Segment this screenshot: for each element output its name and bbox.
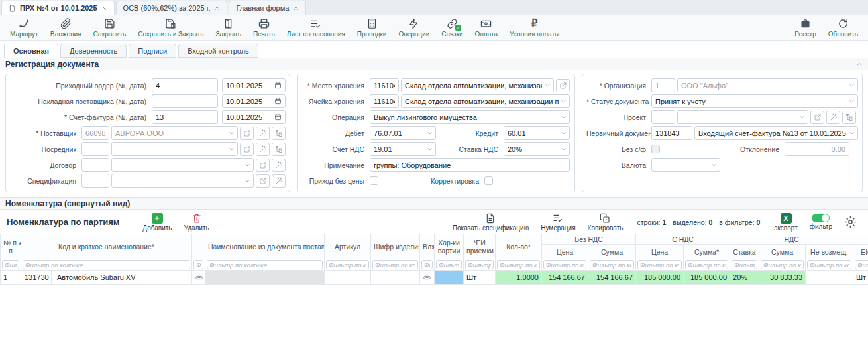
tab-signatures[interactable]: Подписи — [129, 44, 176, 58]
show-specification-button[interactable]: Показать спецификацию — [447, 213, 535, 232]
intermediary-code-input[interactable] — [81, 142, 109, 156]
currency-select[interactable] — [651, 158, 720, 172]
operation-select[interactable]: Выкуп лизингового имущества — [370, 110, 570, 124]
project-open-button[interactable] — [810, 111, 824, 124]
column-header-price-with-vat[interactable]: Цена — [636, 245, 684, 259]
column-header-batch[interactable]: Хар-ки партии — [435, 234, 464, 259]
column-header-num[interactable]: № п п — [1, 234, 21, 259]
filter-toggle-button[interactable]: фильтр — [804, 214, 838, 230]
filter-input-link[interactable] — [193, 260, 203, 269]
column-header-product-code[interactable]: Шифр изделия — [371, 234, 420, 259]
primary-document-select[interactable]: Входящий счет-фактура №13 от 10.01.2025 — [694, 126, 858, 140]
filter-input-code-name[interactable] — [23, 260, 190, 269]
intermediary-select[interactable] — [111, 142, 238, 156]
print-button[interactable]: Печать — [247, 18, 281, 38]
order-date-field[interactable]: 10.01.2025 — [222, 78, 286, 92]
organization-select[interactable]: ООО "Альфа" — [677, 78, 858, 92]
cell-batch[interactable] — [435, 271, 464, 285]
column-header-code-name[interactable]: Код и краткое наименование* — [21, 234, 192, 259]
registration-section-header[interactable]: Регистрация документа — [0, 58, 868, 70]
export-excel-button[interactable]: X экспорт — [768, 213, 804, 232]
cell-non-refund[interactable] — [806, 271, 853, 285]
attachments-button[interactable]: Вложения — [44, 18, 87, 38]
filter-input-num[interactable] — [2, 260, 19, 269]
refresh-button[interactable]: Обновить — [822, 18, 864, 38]
cell-num[interactable]: 1 — [1, 271, 21, 285]
vat-account-select[interactable]: 19.01 — [370, 142, 436, 156]
cell-sum-no-vat[interactable]: 154 166.67 — [588, 271, 636, 285]
intermediary-open-button[interactable] — [240, 143, 254, 156]
project-select[interactable] — [677, 110, 808, 124]
table-row[interactable]: 1 131730 Автомобиль Subaru XV Шт 1.0000 … — [1, 271, 868, 285]
column-header-vat-rate[interactable]: Ставка — [730, 245, 759, 259]
storage-cell-select[interactable]: Склад отдела автоматизации, механизации … — [401, 94, 570, 108]
close-button[interactable]: Закрыть — [210, 18, 248, 38]
cell-price-no-vat[interactable]: 154 166.67 — [542, 271, 588, 285]
project-wizard-button[interactable] — [826, 111, 840, 124]
cell-vat-sum[interactable]: 30 833.33 — [759, 271, 806, 285]
filter-input-non-refund[interactable] — [807, 260, 851, 269]
debit-select[interactable]: 76.07.01 — [370, 126, 436, 140]
filter-input-supplier-doc-name[interactable] — [207, 260, 323, 269]
tab-main[interactable]: Основная — [4, 44, 58, 58]
waybill-number-input[interactable] — [152, 94, 218, 108]
calendar-icon[interactable] — [274, 113, 282, 121]
invoice-number-input[interactable] — [152, 110, 218, 124]
storage-select[interactable]: Склад отдела автоматизации, механизации … — [401, 78, 554, 92]
filter-input-price-with-vat[interactable] — [637, 260, 682, 269]
column-header-sum-no-vat[interactable]: Сумма — [588, 245, 636, 259]
filter-input-attachments[interactable] — [421, 260, 433, 269]
route-button[interactable]: Маршрут — [4, 18, 44, 38]
filter-input-qty[interactable] — [497, 260, 540, 269]
contract-select[interactable] — [111, 158, 254, 172]
cell-link[interactable] — [192, 271, 205, 285]
supplier-tree-button[interactable] — [272, 127, 286, 140]
calendar-icon[interactable] — [274, 82, 282, 89]
tab-input-control[interactable]: Входной контроль — [178, 44, 258, 58]
table-settings-button[interactable] — [838, 216, 863, 228]
cell-unit[interactable]: Шт — [853, 271, 868, 285]
postings-button[interactable]: Проводки — [351, 18, 393, 38]
correction-checkbox[interactable] — [484, 176, 493, 185]
save-and-close-button[interactable]: Сохранить и Закрыть — [132, 18, 209, 38]
supplier-wizard-button[interactable] — [256, 127, 270, 140]
cell-product-code[interactable] — [371, 271, 420, 285]
specification-open-button[interactable] — [256, 174, 270, 188]
calendar-icon[interactable] — [274, 98, 282, 105]
supplier-open-button[interactable] — [240, 127, 254, 140]
payment-button[interactable]: Оплата — [469, 18, 504, 38]
column-header-unit[interactable]: ЕИ — [853, 245, 868, 259]
primary-document-code-input[interactable] — [651, 126, 692, 140]
no-price-checkbox[interactable] — [370, 176, 378, 185]
supplier-code-input[interactable] — [81, 126, 109, 140]
column-header-article[interactable]: Артикул — [325, 234, 371, 259]
filter-input-vat-sum[interactable] — [761, 260, 804, 269]
document-status-select[interactable]: Принят к учету — [651, 94, 858, 108]
filter-input-unit[interactable] — [855, 260, 868, 269]
storage-cell-code-input[interactable] — [370, 94, 399, 108]
column-header-qty[interactable]: Кол-во* — [496, 234, 542, 259]
cell-vat-rate[interactable]: 20% — [730, 271, 759, 285]
filter-input-sum-with-vat[interactable] — [685, 260, 728, 269]
toggle-on-icon[interactable] — [812, 214, 830, 222]
filter-input-unit-accept[interactable] — [465, 260, 494, 269]
cell-attachments[interactable] — [420, 271, 435, 285]
contract-open-button[interactable] — [256, 159, 270, 172]
specification-select[interactable] — [111, 174, 254, 188]
column-header-link[interactable] — [192, 234, 205, 259]
registry-button[interactable]: Реестр — [788, 18, 822, 38]
column-header-attachments[interactable]: Влж — [420, 234, 435, 259]
credit-select[interactable]: 60.01 — [504, 126, 570, 140]
intermediary-wizard-button[interactable] — [256, 143, 270, 156]
filter-input-product-code[interactable] — [372, 260, 418, 269]
cell-sum-with-vat[interactable]: 185 000.00 — [684, 271, 730, 285]
intermediary-tree-button[interactable] — [272, 143, 286, 156]
tab-power-of-attorney[interactable]: Доверенность — [60, 44, 127, 58]
close-icon[interactable] — [101, 5, 107, 11]
filter-input-batch[interactable] — [436, 260, 462, 269]
filter-input-vat-rate[interactable] — [732, 260, 757, 269]
delete-row-button[interactable]: Удалить — [178, 213, 215, 232]
project-tree-button[interactable] — [842, 111, 856, 124]
column-header-supplier-doc-name[interactable]: Наименование из документа поставщика — [205, 234, 325, 259]
filter-input-article[interactable] — [326, 260, 369, 269]
